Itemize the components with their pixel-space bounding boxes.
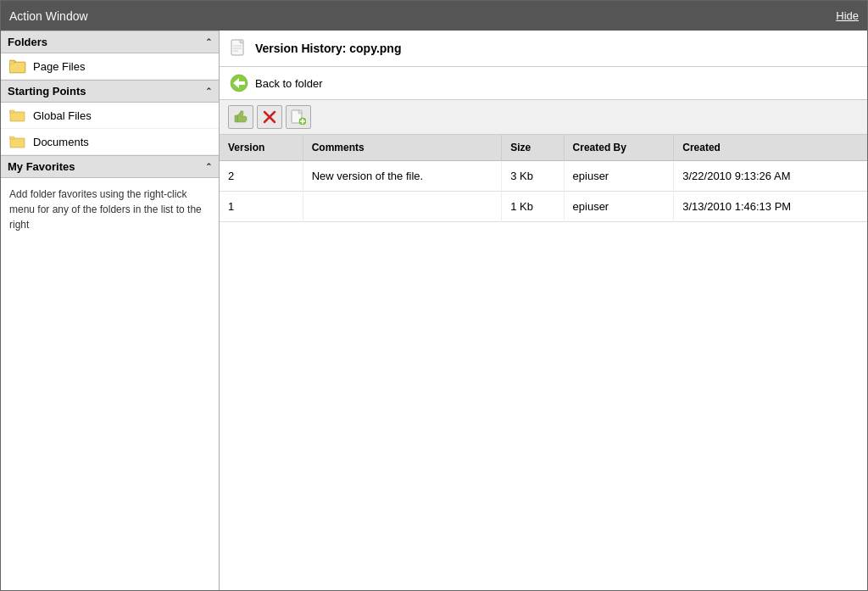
- col-created: Created: [674, 135, 867, 161]
- sidebar-section-my-favorites[interactable]: My Favorites ⌃: [1, 155, 219, 178]
- app-title: Action Window: [9, 9, 88, 23]
- app-window: Action Window Hide Folders ⌃ Page Files: [0, 0, 868, 591]
- content-area: Version History: copy.png Back to folder: [220, 31, 867, 590]
- cell-size: 3 Kb: [502, 161, 564, 192]
- versions-table-container: Version Comments Size Created By Created…: [220, 135, 867, 590]
- table-header-row: Version Comments Size Created By Created: [220, 135, 867, 161]
- favorites-help-text: Add folder favorites using the right-cli…: [1, 178, 219, 241]
- starting-points-chevron-icon: ⌃: [205, 86, 212, 96]
- sidebar-item-global-files[interactable]: Global Files: [1, 103, 219, 129]
- sidebar-section-folders-label: Folders: [8, 36, 47, 48]
- cell-created-by: epiuser: [564, 192, 674, 222]
- content-header: Version History: copy.png: [220, 31, 867, 67]
- title-bar: Action Window Hide: [1, 1, 867, 31]
- sidebar-item-documents[interactable]: Documents: [1, 129, 219, 155]
- thumbsup-icon: [233, 109, 248, 125]
- svg-rect-5: [10, 112, 25, 121]
- add-version-icon: [291, 109, 306, 125]
- col-size: Size: [502, 135, 564, 161]
- cell-comments: New version of the file.: [303, 161, 501, 192]
- approve-button[interactable]: [228, 105, 253, 129]
- cell-created: 3/13/2010 1:46:13 PM: [674, 192, 867, 222]
- back-to-folder-link[interactable]: Back to folder: [255, 77, 323, 90]
- main-area: Folders ⌃ Page Files Starting Points ⌃: [1, 31, 867, 590]
- svg-rect-3: [10, 63, 25, 72]
- delete-icon: [262, 109, 277, 125]
- sidebar-item-page-files[interactable]: Page Files: [1, 53, 219, 80]
- sidebar-section-my-favorites-label: My Favorites: [8, 160, 75, 173]
- cell-comments: [303, 192, 501, 222]
- svg-rect-8: [9, 137, 14, 139]
- delete-button[interactable]: [257, 105, 282, 129]
- folder-icon-global: [9, 108, 26, 123]
- cell-created-by: epiuser: [564, 161, 674, 192]
- my-favorites-chevron-icon: ⌃: [205, 162, 212, 171]
- versions-table: Version Comments Size Created By Created…: [220, 135, 867, 222]
- sidebar-section-folders[interactable]: Folders ⌃: [1, 31, 219, 53]
- sidebar-item-documents-label: Documents: [33, 136, 89, 148]
- version-history-title: Version History: copy.png: [255, 42, 401, 55]
- sidebar-section-starting-points[interactable]: Starting Points ⌃: [1, 80, 219, 103]
- svg-rect-4: [9, 61, 14, 64]
- sidebar: Folders ⌃ Page Files Starting Points ⌃: [1, 31, 220, 590]
- svg-rect-7: [10, 138, 25, 148]
- file-icon: [230, 39, 248, 58]
- version-toolbar: [220, 100, 867, 135]
- folder-icon: [9, 59, 26, 74]
- sidebar-item-global-files-label: Global Files: [33, 109, 92, 122]
- col-comments: Comments: [303, 135, 501, 161]
- hide-button[interactable]: Hide: [836, 9, 859, 22]
- folder-icon-documents: [9, 134, 26, 149]
- back-icon: [230, 74, 248, 92]
- table-row[interactable]: 1 1 Kb epiuser 3/13/2010 1:46:13 PM: [220, 192, 867, 222]
- cell-size: 1 Kb: [502, 192, 564, 222]
- cell-version: 2: [220, 161, 303, 192]
- table-row[interactable]: 2 New version of the file. 3 Kb epiuser …: [220, 161, 867, 192]
- svg-rect-6: [9, 110, 14, 113]
- col-created-by: Created By: [564, 135, 674, 161]
- sidebar-section-starting-points-label: Starting Points: [8, 85, 86, 98]
- sidebar-item-page-files-label: Page Files: [33, 60, 85, 73]
- col-version: Version: [220, 135, 303, 161]
- add-version-button[interactable]: [286, 105, 311, 129]
- cell-version: 1: [220, 192, 303, 222]
- back-bar: Back to folder: [220, 67, 867, 100]
- svg-rect-16: [235, 115, 237, 122]
- cell-created: 3/22/2010 9:13:26 AM: [674, 161, 867, 192]
- folders-chevron-icon: ⌃: [205, 37, 212, 47]
